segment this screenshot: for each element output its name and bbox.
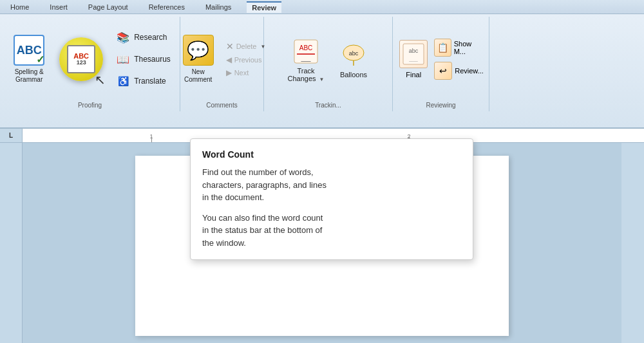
track-changes-button[interactable]: ABC ___ TrackChanges ▼ [282, 27, 330, 91]
reviewing-right: 📋 Show M... ↩ Review... [433, 37, 485, 81]
svg-text:abc: abc [409, 48, 419, 54]
tooltip-body: Find out the number of words, characters… [202, 166, 461, 249]
word-count-tooltip: Word Count Find out the number of words,… [190, 138, 473, 260]
tab-insert[interactable]: Insert [44, 2, 73, 12]
comments-group: 💬 NewComment ✕ Delete ▼ ◀ Previous ▶ [180, 17, 264, 111]
thesaurus-label: Thesaurus [134, 55, 171, 64]
thesaurus-button[interactable]: 📖 Thesaurus [113, 50, 173, 68]
ribbon-tabs: Home Insert Page Layout References Maili… [0, 0, 644, 14]
tooltip-line5: in the status bar at the bottom of [202, 225, 322, 235]
reviewing-pane-label: Review... [455, 67, 484, 75]
track-changes-label: TrackChanges ▼ [287, 67, 324, 82]
final-label: Final [406, 71, 421, 79]
tooltip-para-1: Find out the number of words, characters… [202, 166, 461, 204]
translate-icon: ♿ [116, 74, 130, 88]
doc-left-bar [0, 143, 23, 343]
abc-icon: ABC ✓ [14, 35, 44, 66]
show-markup-icon: 📋 [434, 39, 451, 57]
thesaurus-icon: 📖 [116, 52, 130, 66]
new-comment-icon: 💬 [183, 35, 214, 66]
reviewing-inner: abc ___ Final 📋 Show M... ↩ Review... [397, 19, 485, 99]
track-changes-icon: ABC ___ [290, 36, 321, 67]
spelling-grammar-button[interactable]: ABC ✓ Spelling & Grammar [6, 27, 52, 91]
show-markup-label: Show M... [454, 40, 484, 55]
svg-text:___: ___ [409, 56, 419, 62]
tab-references[interactable]: References [144, 2, 190, 12]
delete-label: Delete [236, 42, 257, 50]
proofing-inner: ABC ✓ Spelling & Grammar ABC 123 ↖ [6, 19, 173, 99]
research-icon: 📚 [116, 30, 130, 44]
tooltip-line2: characters, paragraphs, and lines [202, 180, 327, 190]
next-button[interactable]: ▶ Next [223, 67, 269, 79]
word-count-icon: ABC 123 [67, 45, 95, 73]
translate-label: Translate [134, 77, 166, 86]
final-button[interactable]: abc ___ Final [397, 37, 430, 81]
research-label: Research [134, 33, 167, 42]
svg-text:___: ___ [300, 55, 311, 62]
delete-button[interactable]: ✕ Delete ▼ [223, 40, 269, 53]
svg-text:ABC: ABC [299, 44, 313, 51]
tooltip-line1: Find out the number of words, [202, 167, 314, 177]
ruler-l-icon: L [9, 132, 13, 139]
show-markup-button[interactable]: 📋 Show M... [433, 37, 485, 58]
comment-nav-buttons: ✕ Delete ▼ ◀ Previous ▶ Next [223, 40, 269, 79]
research-button[interactable]: 📚 Research [113, 28, 173, 46]
tooltip-line6: the window. [202, 238, 246, 248]
previous-button[interactable]: ◀ Previous [223, 54, 269, 66]
new-comment-button[interactable]: 💬 NewComment [176, 27, 221, 91]
reviewing-pane-button[interactable]: ↩ Review... [433, 60, 485, 81]
proofing-group-label: Proofing [78, 99, 102, 109]
delete-icon: ✕ [226, 41, 234, 51]
cursor-icon: ↖ [95, 73, 106, 86]
ribbon-content: ABC ✓ Spelling & Grammar ABC 123 ↖ [0, 14, 644, 114]
tooltip-line3: in the document. [202, 192, 264, 202]
next-icon: ▶ [226, 68, 232, 77]
ruler-tick-mark-1 [151, 137, 152, 142]
checkmark-icon: ✓ [36, 53, 44, 66]
word-count-numbers: 123 [77, 60, 86, 66]
doc-right-ruler [621, 143, 644, 343]
tooltip-para-2: You can also find the word count in the … [202, 212, 461, 250]
ribbon: Home Insert Page Layout References Maili… [0, 0, 644, 129]
ruler-left-marker: L [0, 129, 23, 142]
spelling-label: Spelling & Grammar [9, 68, 49, 84]
comments-group-label: Comments [206, 99, 237, 109]
translate-button[interactable]: ♿ Translate [113, 72, 173, 90]
svg-text:abc: abc [349, 50, 359, 57]
new-comment-label: NewComment [184, 68, 212, 84]
word-count-button[interactable]: ABC 123 ↖ [59, 37, 103, 81]
tab-mailings[interactable]: Mailings [200, 2, 236, 12]
tracking-group-label: Trackin... [315, 99, 341, 109]
tab-review[interactable]: Review [247, 1, 281, 13]
tracking-inner: ABC ___ TrackChanges ▼ abc [282, 19, 375, 99]
tooltip-line4: You can also find the word count [202, 213, 323, 223]
reviewing-group-label: Reviewing [426, 99, 455, 109]
balloons-icon: abc [338, 40, 369, 71]
comments-inner: 💬 NewComment ✕ Delete ▼ ◀ Previous ▶ [176, 19, 269, 99]
next-label: Next [234, 69, 249, 77]
proofing-right-items: 📚 Research 📖 Thesaurus ♿ Translate [113, 28, 173, 90]
previous-label: Previous [234, 56, 262, 64]
balloons-button[interactable]: abc Balloons [333, 27, 375, 91]
tab-page-layout[interactable]: Page Layout [83, 2, 133, 12]
final-icon: abc ___ [399, 40, 428, 68]
tab-home[interactable]: Home [5, 2, 34, 12]
tracking-group: ABC ___ TrackChanges ▼ abc [264, 17, 393, 111]
tooltip-title: Word Count [202, 149, 461, 160]
reviewing-pane-icon: ↩ [434, 62, 452, 80]
reviewing-group: abc ___ Final 📋 Show M... ↩ Review... [393, 17, 489, 111]
proofing-group: ABC ✓ Spelling & Grammar ABC 123 ↖ [0, 17, 180, 111]
balloons-label: Balloons [340, 71, 367, 79]
previous-icon: ◀ [226, 55, 232, 64]
